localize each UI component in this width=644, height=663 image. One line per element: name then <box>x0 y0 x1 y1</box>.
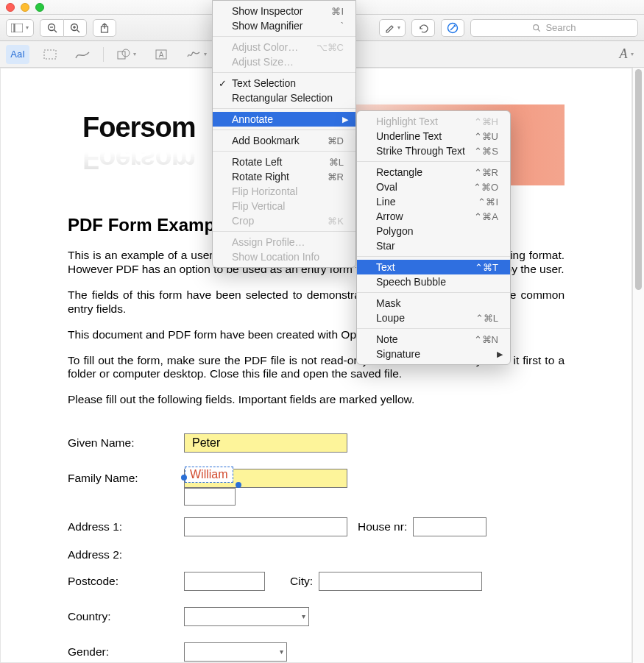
search-icon <box>532 24 541 32</box>
menu-label: Flip Vertical <box>232 200 285 212</box>
sign-tool[interactable] <box>182 45 211 64</box>
menu-label: Rectangular Selection <box>232 92 333 104</box>
paragraph: Please fill out the following fields. Im… <box>68 393 565 407</box>
menu-shortcut: ⌃⌘A <box>474 211 498 222</box>
scrollbar-thumb[interactable] <box>635 69 642 290</box>
menu-mask[interactable]: Mask <box>357 296 510 311</box>
country-dropdown[interactable] <box>184 607 309 626</box>
font-style-tool[interactable]: A <box>615 45 638 64</box>
menu-shortcut: ⌃⌘T <box>475 262 498 273</box>
menu-adjust-color: Adjust Color… ⌥⌘C <box>213 40 355 54</box>
brand-logo: Foersom <box>82 112 195 143</box>
menu-annotate[interactable]: Annotate ▶ <box>213 112 355 127</box>
menu-oval[interactable]: Oval ⌃⌘O <box>357 180 510 194</box>
highlight-button[interactable] <box>379 19 406 37</box>
zoom-segment <box>40 19 87 37</box>
svg-rect-1 <box>15 24 23 32</box>
rect-selection-tool[interactable] <box>38 45 62 64</box>
shapes-tool[interactable] <box>113 45 141 64</box>
menu-rect-selection[interactable]: Rectangular Selection <box>213 91 355 105</box>
menu-separator <box>213 130 355 130</box>
menu-label: Loupe <box>376 312 405 324</box>
rotate-button[interactable] <box>411 19 435 37</box>
given-name-label: Given Name: <box>68 436 178 450</box>
markup-button[interactable] <box>441 19 464 37</box>
svg-rect-13 <box>44 50 56 59</box>
gender-label: Gender: <box>68 645 178 659</box>
menu-rotate-left[interactable]: Rotate Left ⌘L <box>213 155 355 169</box>
menu-show-magnifier[interactable]: Show Magnifier ` <box>213 18 355 33</box>
given-name-field[interactable]: Peter <box>184 433 347 453</box>
extra-box[interactable] <box>184 488 236 506</box>
window-close-button[interactable] <box>6 3 15 12</box>
menu-label: Oval <box>376 181 397 193</box>
menu-text[interactable]: Text ⌃⌘T <box>357 260 510 274</box>
menu-signature[interactable]: Signature ▶ <box>357 347 510 361</box>
menu-shortcut: ⌥⌘C <box>316 42 344 53</box>
menu-loupe[interactable]: Loupe ⌃⌘L <box>357 311 510 325</box>
menu-label: Speech Bubble <box>376 276 446 288</box>
menu-separator <box>213 72 355 73</box>
menu-shortcut: ⌃⌘L <box>475 313 498 324</box>
housenr-field[interactable] <box>413 517 486 536</box>
menu-flip-vertical: Flip Vertical <box>213 199 355 213</box>
submenu-arrow-icon: ▶ <box>342 115 348 124</box>
address2-label: Address 2: <box>68 548 178 561</box>
tools-menu: Show Inspector ⌘I Show Magnifier ` Adjus… <box>212 0 356 268</box>
menu-line[interactable]: Line ⌃⌘I <box>357 194 510 209</box>
share-button[interactable] <box>93 19 116 37</box>
vertical-scrollbar[interactable] <box>632 68 644 663</box>
svg-point-15 <box>122 49 130 57</box>
menu-text-selection[interactable]: ✓ Text Selection <box>213 76 355 91</box>
window-controls <box>6 3 44 12</box>
search-field[interactable]: Search <box>470 19 638 37</box>
address1-field[interactable] <box>184 517 347 536</box>
menu-separator <box>213 36 355 37</box>
menu-separator <box>213 108 355 109</box>
menu-label: Rotate Left <box>232 156 283 168</box>
menu-shortcut: ⌃⌘U <box>474 131 498 142</box>
text-annotation[interactable]: William <box>185 467 233 483</box>
menu-shortcut: ⌃⌘R <box>474 167 498 178</box>
postcode-label: Postcode: <box>68 575 178 588</box>
window-minimize-button[interactable] <box>21 3 29 12</box>
menu-label: Show Location Info <box>232 251 319 263</box>
window-zoom-button[interactable] <box>35 3 44 12</box>
menu-separator <box>357 292 510 293</box>
postcode-field[interactable] <box>184 572 265 591</box>
menu-label: Highlight Text <box>376 116 438 127</box>
menu-label: Text Selection <box>232 77 296 89</box>
menu-underline-text[interactable]: Underline Text ⌃⌘U <box>357 129 510 143</box>
menu-star[interactable]: Star <box>357 238 510 253</box>
menu-shortcut: ⌃⌘O <box>473 182 498 193</box>
view-mode-button[interactable] <box>6 19 34 37</box>
menu-shortcut: ⌃⌘S <box>474 146 498 157</box>
menu-strike-text[interactable]: Strike Through Text ⌃⌘S <box>357 143 510 158</box>
menu-rectangle[interactable]: Rectangle ⌃⌘R <box>357 165 510 180</box>
menu-note[interactable]: Note ⌃⌘N <box>357 332 510 347</box>
gender-dropdown[interactable] <box>184 642 287 662</box>
menu-label: Rotate Right <box>232 171 289 182</box>
menu-label: Annotate <box>232 113 273 125</box>
brand-logo-reflection: Foersom <box>82 143 195 174</box>
text-selection-tool[interactable]: AaI <box>6 45 29 64</box>
menu-speech-bubble[interactable]: Speech Bubble <box>357 274 510 289</box>
menu-separator <box>357 328 510 329</box>
svg-line-3 <box>54 29 57 32</box>
zoom-out-button[interactable] <box>40 19 63 37</box>
menu-crop: Crop ⌘K <box>213 213 355 228</box>
sketch-tool[interactable] <box>71 45 94 64</box>
menu-polygon[interactable]: Polygon <box>357 224 510 238</box>
menu-shortcut: ⌘K <box>328 216 344 227</box>
menu-show-inspector[interactable]: Show Inspector ⌘I <box>213 4 355 18</box>
zoom-in-button[interactable] <box>63 19 87 37</box>
menu-rotate-right[interactable]: Rotate Right ⌘R <box>213 169 355 184</box>
menu-label: Show Inspector <box>232 5 303 17</box>
menu-arrow[interactable]: Arrow ⌃⌘A <box>357 209 510 224</box>
text-tool[interactable]: A <box>149 45 173 64</box>
submenu-arrow-icon: ▶ <box>497 350 503 359</box>
city-field[interactable] <box>319 572 482 591</box>
menu-label: Text <box>376 261 395 273</box>
menu-shortcut: ⌘L <box>329 157 344 168</box>
menu-add-bookmark[interactable]: Add Bookmark ⌘D <box>213 133 355 148</box>
